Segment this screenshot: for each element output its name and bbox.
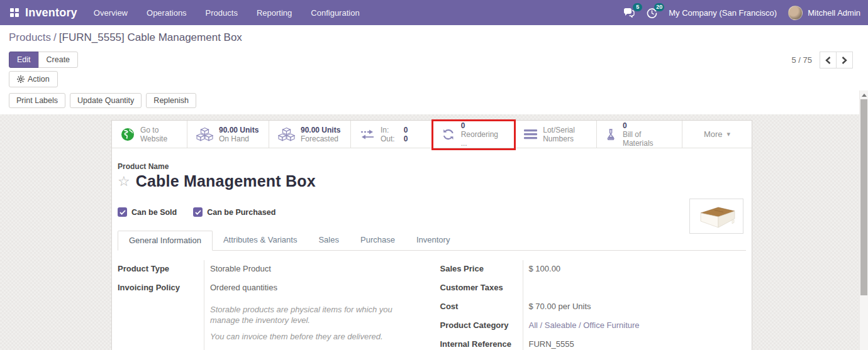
help-text-line: Storable products are physical items for…: [210, 304, 424, 325]
general-information-panel: Product Type Storable Product Invoicing …: [118, 260, 746, 350]
product-name-label: Product Name: [118, 162, 746, 171]
pager: 5 / 75: [791, 52, 853, 68]
field-value[interactable]: [523, 279, 529, 298]
control-panel: Products/[FURN_5555] Cable Management Bo…: [0, 25, 868, 87]
scrollbar-thumb[interactable]: [860, 99, 867, 295]
help-text-line: You can invoice them before they are del…: [210, 331, 424, 342]
field-value[interactable]: FURN_5555: [523, 336, 574, 350]
stat-in-out[interactable]: In:0 Out:0: [351, 121, 433, 148]
pager-next-button[interactable]: [836, 52, 853, 68]
object-buttons: Print Labels Update Quantity Replenish: [0, 87, 868, 114]
action-menu-button[interactable]: Action: [9, 71, 58, 87]
stat-label: Website: [140, 134, 167, 143]
stat-out-label: Out:: [381, 134, 395, 143]
activities-icon[interactable]: 20: [647, 8, 657, 18]
field-label: Product Type: [118, 260, 204, 279]
field-label: Sales Price: [440, 260, 523, 279]
stat-in-value: 0: [404, 126, 408, 134]
field-label: Internal Reference: [440, 336, 523, 350]
can-be-sold-checkbox[interactable]: Can be Sold: [118, 207, 177, 217]
form-sheet: Go toWebsite 90.00 UnitsOn Hand: [111, 120, 752, 350]
checkbox-label: Can be Sold: [131, 208, 177, 217]
field-label: Cost: [440, 298, 523, 317]
field-value[interactable]: Ordered quantities: [204, 279, 277, 298]
refresh-icon: [442, 128, 455, 141]
apps-grid-icon[interactable]: [10, 8, 19, 17]
stat-label: Forecasted: [301, 134, 340, 143]
chevron-right-icon: [842, 57, 847, 64]
pager-previous-button[interactable]: [820, 52, 837, 68]
field-cost: Cost $ 70.00 per Units: [440, 298, 747, 317]
messages-icon[interactable]: 5: [623, 8, 635, 18]
tab-sales[interactable]: Sales: [308, 231, 350, 251]
menu-operations[interactable]: Operations: [147, 8, 187, 18]
field-invoicing-policy: Invoicing Policy Ordered quantities: [118, 279, 424, 298]
stat-value: 90.00 Units: [219, 126, 259, 134]
field-customer-taxes: Customer Taxes: [440, 279, 747, 298]
pager-value: 5 / 75: [791, 55, 812, 65]
menu-reporting[interactable]: Reporting: [257, 8, 292, 18]
product-flags: Can be Sold Can be Purchased: [118, 207, 746, 217]
form-right-column: Sales Price $ 100.00 Customer Taxes Cost…: [440, 260, 747, 350]
stat-go-to-website[interactable]: Go toWebsite: [112, 121, 187, 148]
cable-box-image: [693, 203, 740, 229]
transfer-arrows-icon: [360, 129, 375, 140]
create-button[interactable]: Create: [38, 52, 79, 68]
menu-products[interactable]: Products: [206, 8, 238, 18]
menu-configuration[interactable]: Configuration: [311, 8, 359, 18]
cubes-icon: [196, 127, 213, 141]
user-avatar[interactable]: [788, 6, 803, 20]
stat-bill-of-materials[interactable]: 0Bill of Materials: [597, 121, 682, 148]
breadcrumb-current: [FURN_5555] Cable Management Box: [59, 31, 242, 43]
field-internal-reference: Internal Reference FURN_5555: [440, 336, 747, 350]
field-value[interactable]: Storable Product: [204, 260, 271, 279]
globe-icon: [121, 128, 135, 141]
breadcrumb-products-link[interactable]: Products: [9, 31, 51, 43]
update-quantity-button[interactable]: Update Quantity: [70, 93, 142, 108]
tab-inventory[interactable]: Inventory: [406, 231, 460, 251]
user-menu[interactable]: Mitchell Admin: [808, 8, 860, 18]
page: Inventory Overview Operations Products R…: [0, 0, 868, 350]
stat-on-hand[interactable]: 90.00 UnitsOn Hand: [187, 121, 269, 148]
checkbox-label: Can be Purchased: [207, 208, 275, 217]
field-sales-price: Sales Price $ 100.00: [440, 260, 747, 279]
stat-forecasted[interactable]: 90.00 UnitsForecasted: [269, 121, 351, 148]
favorite-star-icon[interactable]: ☆: [118, 175, 130, 189]
stat-more-dropdown[interactable]: More ▾: [682, 121, 752, 148]
can-be-purchased-checkbox[interactable]: Can be Purchased: [193, 207, 275, 217]
top-navbar: Inventory Overview Operations Products R…: [0, 0, 868, 25]
tab-general-information[interactable]: General Information: [118, 231, 213, 251]
field-label-empty: [118, 298, 204, 350]
replenish-button[interactable]: Replenish: [146, 93, 196, 108]
app-brand[interactable]: Inventory: [25, 6, 77, 19]
edit-create-group: Edit Create: [9, 52, 78, 68]
field-product-type: Product Type Storable Product: [118, 260, 424, 279]
field-value[interactable]: $ 100.00: [523, 260, 561, 279]
sheet-body: Product Name ☆ Cable Management Box: [112, 162, 752, 350]
field-help-text: Storable products are physical items for…: [118, 298, 424, 350]
checkbox-checked-icon: [118, 207, 127, 217]
messages-badge: 5: [633, 3, 642, 11]
chevron-down-icon: ▾: [727, 130, 731, 138]
stat-label: Lot/Serial: [543, 126, 575, 134]
menu-overview[interactable]: Overview: [94, 8, 128, 18]
field-value-link[interactable]: All / Saleable / Office Furniture: [523, 317, 640, 336]
gear-icon: [17, 75, 25, 83]
vertical-scrollbar[interactable]: [859, 90, 868, 350]
more-label: More: [704, 129, 723, 139]
list-lines-icon: [524, 129, 537, 139]
tab-attributes-variants[interactable]: Attributes & Variants: [213, 231, 308, 251]
field-value[interactable]: $ 70.00 per Units: [523, 298, 591, 317]
company-switcher[interactable]: My Company (San Francisco): [669, 8, 777, 18]
stat-lot-serial-numbers[interactable]: Lot/SerialNumbers: [515, 121, 597, 148]
stat-value: 0: [461, 121, 506, 130]
tab-purchase[interactable]: Purchase: [350, 231, 406, 251]
scroll-up-button[interactable]: [860, 90, 868, 99]
product-image[interactable]: [689, 199, 743, 234]
stat-out-value: 0: [404, 134, 408, 143]
stat-label: On Hand: [219, 134, 259, 143]
print-labels-button[interactable]: Print Labels: [9, 93, 65, 108]
edit-button[interactable]: Edit: [9, 52, 39, 68]
form-left-column: Product Type Storable Product Invoicing …: [118, 260, 424, 350]
stat-reordering-rules[interactable]: 0Reordering ...: [433, 121, 515, 148]
